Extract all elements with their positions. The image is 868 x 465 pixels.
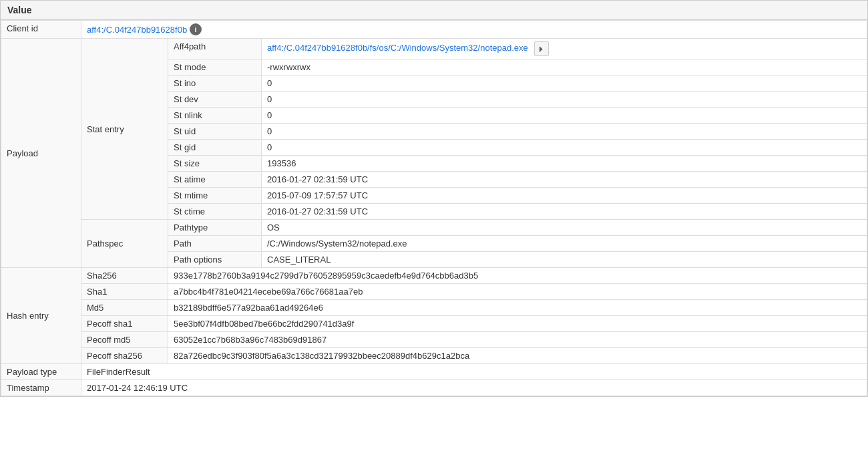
path-options-value: CASE_LITERAL bbox=[262, 252, 867, 268]
md5-row: Md5 b32189bdff6e577a92baa61ad49264e6 bbox=[1, 300, 867, 316]
st-gid-value: 0 bbox=[262, 140, 867, 156]
md5-label: Md5 bbox=[81, 300, 168, 316]
st-ctime-value: 2016-01-27 02:31:59 UTC bbox=[262, 204, 867, 220]
main-container: Value Client id aff4:/C.04f247bb91628f0b… bbox=[0, 0, 868, 397]
aff4path-label: Aff4path bbox=[168, 39, 262, 59]
payload-type-row: Payload type FileFinderResult bbox=[1, 364, 867, 380]
stat-entry-label: Stat entry bbox=[81, 39, 168, 220]
st-ino-value: 0 bbox=[262, 75, 867, 92]
sha256-value: 933e1778b2760b3a9194c2799d7b76052895959c… bbox=[168, 268, 867, 284]
timestamp-label: Timestamp bbox=[1, 380, 81, 396]
section-title: Value bbox=[7, 5, 32, 15]
st-mtime-label: St mtime bbox=[168, 188, 262, 204]
st-ino-label: St ino bbox=[168, 75, 262, 92]
pecoff-sha1-row: Pecoff sha1 5ee3bf07f4dfb08bed7be66bc2fd… bbox=[1, 316, 867, 332]
nav-icon[interactable] bbox=[534, 41, 549, 56]
pecoff-md5-label: Pecoff md5 bbox=[81, 332, 168, 348]
path-value: /C:/Windows/System32/notepad.exe bbox=[262, 236, 867, 252]
payload-type-value: FileFinderResult bbox=[81, 364, 867, 380]
pecoff-sha1-label: Pecoff sha1 bbox=[81, 316, 168, 332]
sha1-label: Sha1 bbox=[81, 284, 168, 300]
st-mode-value: -rwxrwxrwx bbox=[262, 59, 867, 75]
sha256-label: Sha256 bbox=[81, 268, 168, 284]
pathtype-label: Pathtype bbox=[168, 220, 262, 236]
pathtype-value: OS bbox=[262, 220, 867, 236]
hash-entry-label: Hash entry bbox=[1, 268, 81, 364]
pecoff-sha1-value: 5ee3bf07f4dfb08bed7be66bc2fdd290741d3a9f bbox=[168, 316, 867, 332]
timestamp-row: Timestamp 2017-01-24 12:46:19 UTC bbox=[1, 380, 867, 396]
st-uid-label: St uid bbox=[168, 124, 262, 140]
path-label: Path bbox=[168, 236, 262, 252]
value-table: Client id aff4:/C.04f247bb91628f0b i Pay… bbox=[1, 20, 867, 396]
st-size-value: 193536 bbox=[262, 156, 867, 172]
section-header: Value bbox=[1, 1, 867, 20]
st-size-label: St size bbox=[168, 156, 262, 172]
md5-value: b32189bdff6e577a92baa61ad49264e6 bbox=[168, 300, 867, 316]
pathtype-row: Pathspec Pathtype OS bbox=[1, 220, 867, 236]
pecoff-sha256-label: Pecoff sha256 bbox=[81, 348, 168, 364]
st-nlink-label: St nlink bbox=[168, 108, 262, 124]
pecoff-md5-row: Pecoff md5 63052e1cc7b68b3a96c7483b69d91… bbox=[1, 332, 867, 348]
st-uid-value: 0 bbox=[262, 124, 867, 140]
st-atime-label: St atime bbox=[168, 172, 262, 188]
pathspec-label: Pathspec bbox=[81, 220, 168, 268]
sha1-row: Sha1 a7bbc4b4f781e04214ecebe69a766c76681… bbox=[1, 284, 867, 300]
aff4path-value: aff4:/C.04f247bb91628f0b/fs/os/C:/Window… bbox=[262, 39, 867, 59]
pecoff-sha256-value: 82a726edbc9c3f903f80f5a6a3c138cd32179932… bbox=[168, 348, 867, 364]
client-id-row: Client id aff4:/C.04f247bb91628f0b i bbox=[1, 21, 867, 39]
st-ctime-label: St ctime bbox=[168, 204, 262, 220]
st-mode-label: St mode bbox=[168, 59, 262, 75]
payload-type-label: Payload type bbox=[1, 364, 81, 380]
st-gid-label: St gid bbox=[168, 140, 262, 156]
sha1-value: a7bbc4b4f781e04214ecebe69a766c76681aa7eb bbox=[168, 284, 867, 300]
path-options-label: Path options bbox=[168, 252, 262, 268]
st-nlink-value: 0 bbox=[262, 108, 867, 124]
st-dev-value: 0 bbox=[262, 92, 867, 108]
st-dev-label: St dev bbox=[168, 92, 262, 108]
st-atime-value: 2016-01-27 02:31:59 UTC bbox=[262, 172, 867, 188]
client-id-link[interactable]: aff4:/C.04f247bb91628f0b bbox=[87, 25, 187, 35]
st-mtime-value: 2015-07-09 17:57:57 UTC bbox=[262, 188, 867, 204]
info-icon[interactable]: i bbox=[190, 23, 202, 35]
pecoff-sha256-row: Pecoff sha256 82a726edbc9c3f903f80f5a6a3… bbox=[1, 348, 867, 364]
aff4path-row: Payload Stat entry Aff4path aff4:/C.04f2… bbox=[1, 39, 867, 59]
aff4path-link[interactable]: aff4:/C.04f247bb91628f0b/fs/os/C:/Window… bbox=[267, 43, 528, 53]
payload-label: Payload bbox=[1, 39, 81, 268]
client-id-value-cell: aff4:/C.04f247bb91628f0b i bbox=[81, 21, 867, 39]
pecoff-md5-value: 63052e1cc7b68b3a96c7483b69d91867 bbox=[168, 332, 867, 348]
timestamp-value: 2017-01-24 12:46:19 UTC bbox=[81, 380, 867, 396]
sha256-row: Hash entry Sha256 933e1778b2760b3a9194c2… bbox=[1, 268, 867, 284]
client-id-label: Client id bbox=[1, 21, 81, 39]
